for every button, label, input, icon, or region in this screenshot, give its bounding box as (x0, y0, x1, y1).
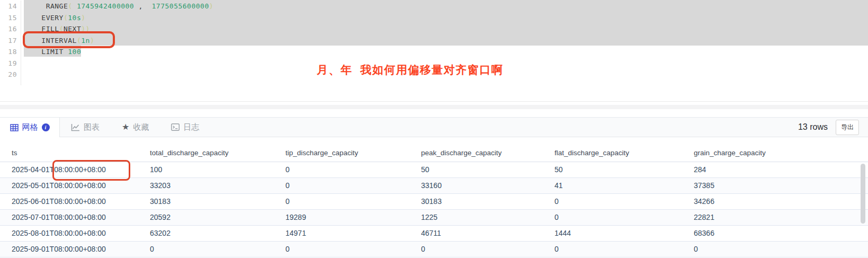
table-cell: 30183 (421, 193, 554, 209)
table-cell: 34266 (694, 193, 868, 209)
tab-label: 日志 (183, 122, 199, 132)
table-row[interactable]: 2025-06-01T08:00:00+08:00301830301830342… (0, 193, 868, 209)
tab-label: 网格 (22, 122, 38, 132)
line-number: 20 (0, 69, 17, 81)
code-token: ) (81, 14, 85, 22)
code-token (24, 14, 41, 22)
tab-label: 收藏 (133, 122, 149, 132)
column-header: total_discharge_capacity (150, 137, 285, 162)
line-number: 14 (0, 1, 17, 12)
code-token (134, 2, 138, 10)
row-count: 13 rows (798, 122, 828, 132)
table-cell: 1225 (421, 209, 554, 225)
grid-icon (10, 124, 19, 131)
code-token: 100 (68, 48, 81, 56)
code-token: ) (209, 2, 213, 10)
table-cell: 2025-06-01T08:00:00+08:00 (0, 193, 150, 209)
table-cell: 284 (694, 162, 868, 177)
table-cell: 0 (285, 177, 421, 193)
table-cell: 2025-07-01T08:00:00+08:00 (0, 209, 150, 225)
table-row[interactable]: 2025-08-01T08:00:00+08:00632021497146711… (0, 225, 868, 241)
table-cell: 68366 (694, 225, 868, 241)
question-annotation: 月、年 我如何用偏移量对齐窗口啊 (317, 64, 503, 76)
info-icon[interactable]: i (42, 123, 50, 131)
table-row[interactable]: 2025-05-01T08:00:00+08:00332030331604137… (0, 177, 868, 193)
query-tool-screen: 14151617181920 RANGE( 1745942400000 , 17… (0, 0, 868, 258)
code-line[interactable]: LIMIT 100 (24, 46, 868, 58)
vertical-scrollbar-thumb[interactable] (861, 164, 865, 224)
table-cell: 41 (554, 177, 694, 193)
editor-bottom-hairline (0, 101, 868, 102)
interval-annotation-box (23, 31, 115, 48)
table-cell: 22821 (694, 209, 868, 225)
tab-图表[interactable]: 图表 (60, 118, 111, 137)
code-token: 10s (68, 14, 81, 22)
star-icon: ★ (122, 123, 129, 131)
table-cell: 1444 (554, 225, 694, 241)
line-number: 16 (0, 23, 17, 35)
code-token: ( (68, 2, 72, 10)
line-number: 19 (0, 58, 17, 69)
column-header: grain_charge_capacity (694, 137, 868, 162)
code-token: LIMIT (41, 48, 64, 56)
column-header: peak_discharge_capacity (421, 137, 554, 162)
code-line[interactable]: RANGE( 1745942400000 , 1775055600000) (24, 1, 868, 12)
code-token (24, 2, 46, 10)
table-cell: 30183 (150, 193, 285, 209)
sql-editor[interactable]: 14151617181920 RANGE( 1745942400000 , 17… (0, 0, 868, 101)
table-row[interactable]: 2025-07-01T08:00:00+08:00205921928912250… (0, 209, 868, 225)
table-cell: 37385 (694, 177, 868, 193)
table-cell: 14971 (285, 225, 421, 241)
code-line[interactable]: FILL(NEXT)) (24, 23, 868, 35)
table-header-row: tstotal_discharge_capacitytip_discharge_… (0, 137, 868, 162)
code-token (143, 2, 152, 10)
table-cell: 0 (554, 241, 694, 257)
table-cell: 0 (421, 241, 554, 257)
table-row[interactable]: 2025-09-01T08:00:00+08:0000000 (0, 241, 868, 257)
line-number-gutter: 14151617181920 (0, 1, 21, 85)
code-token: 1745942400000 (77, 2, 134, 10)
timestamp-annotation-box (52, 160, 130, 181)
column-header: tip_discharge_capacity (285, 137, 421, 162)
table-cell: 50 (554, 162, 694, 177)
code-token: 1775055600000 (152, 2, 209, 10)
tab-收藏[interactable]: ★收藏 (111, 118, 160, 137)
tabbar-right: 13 rows 导出 (798, 118, 868, 137)
code-token: , (139, 2, 143, 10)
table-cell: 0 (694, 241, 868, 257)
table-cell: 0 (285, 162, 421, 177)
column-header: ts (0, 137, 150, 162)
table-cell: 100 (150, 162, 285, 177)
tab-label: 图表 (84, 122, 100, 132)
table-cell: 2025-09-01T08:00:00+08:00 (0, 241, 150, 257)
code-token (73, 2, 77, 10)
code-line[interactable]: INTERVAL(1n) (24, 35, 868, 47)
tab-网格[interactable]: 网格i (0, 118, 60, 137)
table-cell: 33203 (150, 177, 285, 193)
table-cell: 0 (150, 241, 285, 257)
table-cell: 0 (285, 241, 421, 257)
table-cell: 63202 (150, 225, 285, 241)
line-number: 15 (0, 12, 17, 24)
table-cell: 46711 (421, 225, 554, 241)
table-cell: 0 (285, 193, 421, 209)
table-cell: 20592 (150, 209, 285, 225)
panel-resize-strip[interactable] (0, 105, 868, 109)
line-number: 18 (0, 46, 17, 58)
table-cell: 0 (554, 209, 694, 225)
code-line[interactable]: EVERY(10s) (24, 12, 868, 24)
export-button[interactable]: 导出 (836, 120, 859, 135)
tab-日志[interactable]: 日志 (160, 118, 210, 137)
result-table: tstotal_discharge_capacitytip_discharge_… (0, 137, 868, 257)
table-cell: 19289 (285, 209, 421, 225)
result-grid: tstotal_discharge_capacitytip_discharge_… (0, 137, 868, 258)
code-token (24, 48, 41, 56)
table-cell: 50 (421, 162, 554, 177)
column-header: flat_discharge_capacity (554, 137, 694, 162)
results-tabbar: 网格i图表★收藏日志 13 rows 导出 (0, 117, 868, 137)
log-icon (171, 123, 180, 131)
line-number: 17 (0, 35, 17, 47)
chart-icon (71, 123, 80, 131)
code-token: EVERY (41, 14, 64, 22)
table-cell: 0 (554, 193, 694, 209)
